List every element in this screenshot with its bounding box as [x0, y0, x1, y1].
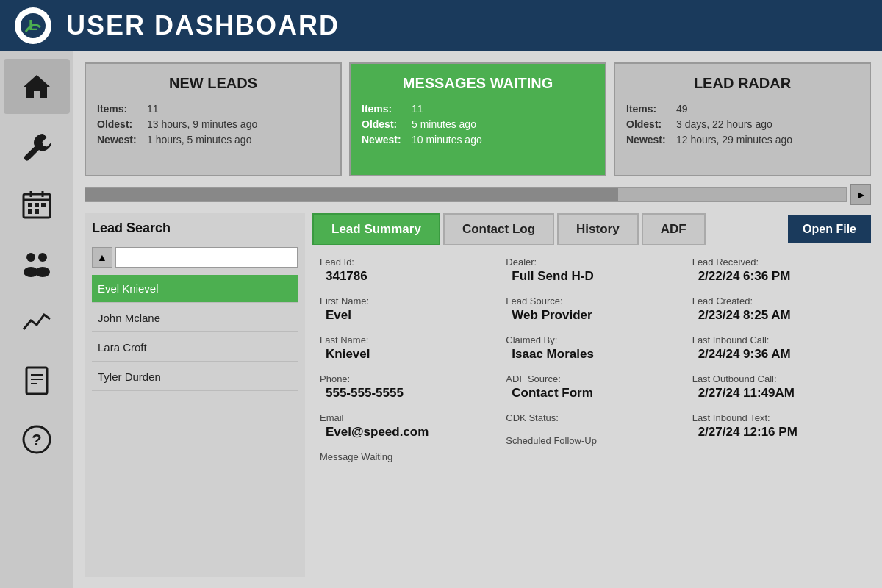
last-name-value: Knievel	[320, 347, 491, 362]
stats-row: NEW LEADS Items: 11 Oldest: 13 hours, 9 …	[85, 62, 871, 176]
lead-source-label: Lead Source:	[506, 295, 677, 306]
sidebar-item-document[interactable]	[4, 353, 70, 408]
lead-id-value: 341786	[320, 269, 491, 284]
claimed-by-label: Claimed By:	[506, 334, 677, 345]
svg-point-13	[38, 253, 47, 262]
last-inbound-call-label: Last Inbound Call:	[692, 334, 864, 345]
dealer-value: Full Send H-D	[506, 269, 677, 284]
phone-value: 555-555-5555	[320, 386, 491, 401]
tab-adf[interactable]: ADF	[642, 213, 706, 245]
claimed-by-block: Claimed By: Isaac Morales	[506, 334, 677, 362]
lead-search-title: Lead Search	[92, 220, 171, 236]
new-leads-newest-value: 1 hours, 5 minutes ago	[147, 134, 251, 146]
svg-point-12	[26, 253, 35, 262]
scroll-up-button[interactable]: ▲	[92, 247, 112, 268]
sidebar-item-people[interactable]	[4, 235, 70, 290]
detail-panel: Lead Summary Contact Log History ADF Ope…	[312, 213, 871, 577]
svg-point-15	[35, 267, 50, 277]
svg-rect-10	[28, 209, 32, 214]
lead-radar-title: LEAD RADAR	[626, 75, 858, 92]
last-outbound-call-value: 2/27/24 11:49AM	[692, 386, 864, 401]
progress-bar-fill	[85, 188, 618, 201]
svg-marker-2	[24, 75, 50, 98]
page-title: USER DASHBOARD	[66, 10, 340, 41]
last-inbound-call-value: 2/24/24 9:36 AM	[692, 347, 864, 362]
messages-items-label: Items:	[362, 103, 406, 115]
lead-col-2: Dealer: Full Send H-D Lead Source: Web P…	[498, 257, 684, 573]
scheduled-follow-up-label: Scheduled Follow-Up	[506, 435, 677, 446]
radar-newest-label: Newest:	[626, 134, 670, 146]
open-file-button[interactable]: Open File	[788, 215, 871, 243]
lead-created-block: Lead Created: 2/23/24 8:25 AM	[692, 295, 864, 323]
lead-received-label: Lead Received:	[692, 257, 864, 268]
svg-rect-16	[26, 368, 47, 394]
tabs-row: Lead Summary Contact Log History ADF Ope…	[312, 213, 871, 245]
dealer-block: Dealer: Full Send H-D	[506, 257, 677, 284]
lead-radar-card: LEAD RADAR Items: 49 Oldest: 3 days, 22 …	[614, 62, 871, 176]
new-leads-items-label: Items:	[97, 103, 141, 115]
last-name-label: Last Name:	[320, 334, 491, 345]
email-label: Email	[320, 412, 491, 423]
lead-col-3: Lead Received: 2/22/24 6:36 PM Lead Crea…	[685, 257, 871, 573]
lead-list-item[interactable]: Evel Knievel	[92, 275, 298, 303]
svg-rect-7	[28, 203, 32, 207]
lead-search-input[interactable]	[115, 247, 298, 268]
messages-newest-label: Newest:	[362, 134, 406, 146]
tab-history[interactable]: History	[557, 213, 639, 245]
message-waiting-block: Message Waiting	[320, 451, 491, 462]
cdk-status-block: CDK Status:	[506, 412, 677, 423]
radar-oldest-value: 3 days, 22 hours ago	[676, 118, 772, 130]
messages-waiting-title: MESSAGES WAITING	[362, 75, 594, 92]
logo-icon: L	[15, 7, 51, 44]
lead-source-value: Web Provider	[506, 308, 677, 323]
svg-rect-9	[41, 203, 46, 207]
progress-next-button[interactable]: ▶	[850, 184, 871, 205]
lead-id-label: Lead Id:	[320, 257, 491, 268]
last-outbound-call-block: Last Outbound Call: 2/27/24 11:49AM	[692, 373, 864, 401]
radar-items-label: Items:	[626, 103, 670, 115]
first-name-value: Evel	[320, 308, 491, 323]
adf-source-value: Contact Form	[506, 386, 677, 401]
messages-oldest-label: Oldest:	[362, 118, 406, 130]
tab-contact-log[interactable]: Contact Log	[443, 213, 554, 245]
sidebar-item-analytics[interactable]	[4, 294, 70, 349]
sidebar-item-tools[interactable]	[4, 118, 70, 173]
svg-rect-8	[35, 203, 39, 207]
lead-list-item[interactable]: Lara Croft	[92, 334, 298, 362]
lead-received-value: 2/22/24 6:36 PM	[692, 269, 864, 284]
lead-list-item[interactable]: John Mclane	[92, 304, 298, 332]
new-leads-items-value: 11	[147, 103, 159, 115]
lead-id-block: Lead Id: 341786	[320, 257, 491, 284]
svg-rect-11	[35, 209, 39, 214]
sidebar-item-calendar[interactable]	[4, 176, 70, 232]
header: L USER DASHBOARD	[0, 0, 882, 51]
lower-area: Lead Search ▲ Evel Knievel John Mclane L…	[85, 213, 871, 577]
main-layout: ? NEW LEADS Items: 11 Oldest: 13 hours, …	[0, 51, 882, 588]
lead-source-block: Lead Source: Web Provider	[506, 295, 677, 323]
lead-list-item[interactable]: Tyler Durden	[92, 363, 298, 391]
scheduled-follow-up-block: Scheduled Follow-Up	[506, 435, 677, 446]
message-waiting-label: Message Waiting	[320, 451, 491, 462]
last-inbound-text-value: 2/27/24 12:16 PM	[692, 425, 864, 440]
lead-search-panel: Lead Search ▲ Evel Knievel John Mclane L…	[85, 213, 305, 577]
tab-lead-summary[interactable]: Lead Summary	[312, 213, 440, 245]
new-leads-oldest-label: Oldest:	[97, 118, 141, 130]
phone-label: Phone:	[320, 373, 491, 384]
messages-waiting-card: MESSAGES WAITING Items: 11 Oldest: 5 min…	[349, 62, 606, 176]
lead-created-value: 2/23/24 8:25 AM	[692, 308, 864, 323]
new-leads-oldest-value: 13 hours, 9 minutes ago	[147, 118, 257, 130]
last-inbound-text-block: Last Inbound Text: 2/27/24 12:16 PM	[692, 412, 864, 440]
email-block: Email Evel@speed.com	[320, 412, 491, 440]
lead-summary-grid: Lead Id: 341786 First Name: Evel Last Na…	[312, 253, 871, 577]
adf-source-label: ADF Source:	[506, 373, 677, 384]
sidebar-item-home[interactable]	[4, 59, 70, 114]
radar-oldest-label: Oldest:	[626, 118, 670, 130]
messages-items-value: 11	[412, 103, 423, 115]
sidebar-item-help[interactable]: ?	[4, 412, 70, 467]
progress-row: ▶	[85, 184, 871, 206]
svg-text:?: ?	[32, 431, 41, 449]
email-value: Evel@speed.com	[320, 425, 491, 440]
new-leads-card: NEW LEADS Items: 11 Oldest: 13 hours, 9 …	[85, 62, 342, 176]
content-area: NEW LEADS Items: 11 Oldest: 13 hours, 9 …	[74, 51, 882, 588]
new-leads-newest-label: Newest:	[97, 134, 141, 146]
